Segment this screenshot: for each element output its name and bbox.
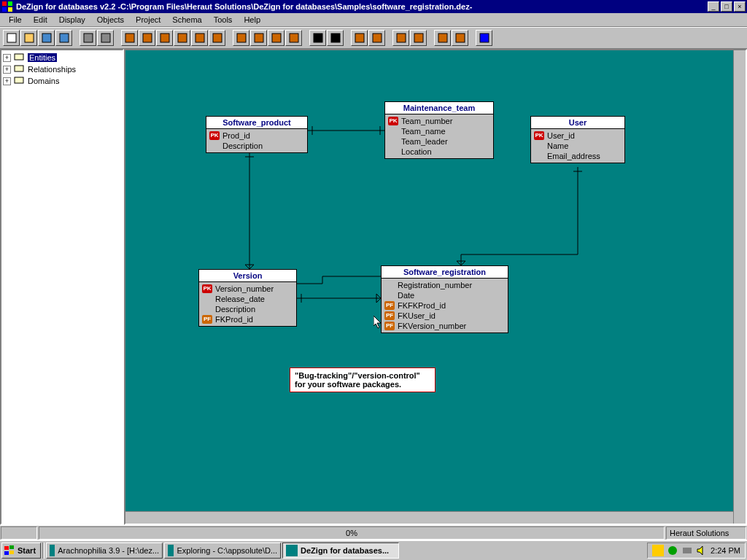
align-center-button[interactable] [139, 30, 155, 46]
entity-software_registration[interactable]: Software_registration..Registration_numb… [381, 265, 508, 333]
expand-icon[interactable]: + [3, 77, 11, 85]
entity-user[interactable]: UserPKUser_id..Name..Email_address [530, 116, 625, 163]
entity-header[interactable]: Maintenance_team [385, 102, 493, 114]
taskbar-task[interactable]: Exploring - C:\appsolute\D... [164, 542, 281, 559]
entity-header[interactable]: User [531, 117, 624, 129]
system-tray[interactable]: 2:24 PM [647, 542, 746, 559]
menu-objects[interactable]: Objects [91, 14, 130, 26]
taskbar-task[interactable]: Arachnophilia 3.9 - [H:\dez... [46, 542, 163, 559]
svg-rect-59 [652, 545, 664, 556]
attribute-label: Version_number [215, 284, 274, 293]
entity-maintenance_team[interactable]: Maintenance_teamPKTeam_number..Team_name… [384, 101, 494, 159]
svg-rect-1 [8, 1, 12, 6]
entity-header[interactable]: Software_registration [382, 266, 508, 279]
add-relation-icon [253, 32, 265, 44]
canvas-wrap: Software_productPKProd_id..DescriptionMa… [124, 49, 747, 525]
tray-icon-1[interactable] [652, 545, 664, 556]
save-all-button[interactable] [55, 30, 72, 46]
add-domain-button[interactable] [285, 30, 302, 46]
entity-software_product[interactable]: Software_productPKProd_id..Description [206, 116, 308, 153]
entity-attribute[interactable]: ..Registration_number [382, 280, 508, 290]
add-relation-button[interactable] [250, 30, 267, 46]
minimize-button[interactable]: _ [708, 1, 719, 12]
close-button[interactable]: × [734, 1, 746, 12]
maximize-button[interactable]: □ [721, 1, 732, 12]
add-domain-icon [288, 32, 300, 44]
check-button[interactable] [452, 30, 468, 46]
tree-item-domains[interactable]: +Domains [3, 75, 121, 87]
align-bottom-button[interactable] [209, 30, 225, 46]
align-top-button[interactable] [174, 30, 190, 46]
entity-attribute[interactable]: PKVersion_number [199, 284, 296, 294]
svg-rect-30 [15, 66, 23, 71]
reverse-icon [413, 32, 425, 44]
taskbar-task[interactable]: DeZign for databases... [282, 542, 399, 559]
help-button[interactable] [476, 30, 492, 46]
entity-attribute[interactable]: PKUser_id [531, 131, 624, 141]
zoom-in-button[interactable] [327, 30, 344, 46]
tray-icon-2[interactable] [667, 545, 678, 556]
align-right-button[interactable] [156, 30, 173, 46]
generate-button[interactable] [392, 30, 409, 46]
tray-speaker-icon[interactable] [696, 545, 708, 556]
entity-attribute[interactable]: ..Location [385, 147, 493, 157]
diagram-note[interactable]: "Bug-tracking"/"version-control" for you… [290, 368, 436, 392]
start-button[interactable]: Start [1, 542, 41, 559]
menu-edit[interactable]: Edit [28, 14, 53, 26]
entity-attribute[interactable]: PFFKVersion_number [382, 321, 508, 331]
entity-version[interactable]: VersionPKVersion_number..Release_date..D… [198, 269, 297, 327]
options-button[interactable] [434, 30, 451, 46]
entity-attribute[interactable]: PKProd_id [206, 131, 307, 141]
entity-attribute[interactable]: PFFKProd_id [199, 314, 296, 324]
diagram-canvas[interactable]: Software_productPKProd_id..DescriptionMa… [125, 50, 746, 524]
svg-rect-26 [438, 34, 447, 42]
entity-attribute[interactable]: ..Team_leader [385, 136, 493, 147]
expand-icon[interactable]: + [3, 54, 11, 62]
open-button[interactable] [20, 30, 37, 46]
zoom-out-button[interactable] [309, 30, 326, 46]
add-note-button[interactable] [268, 30, 285, 46]
entity-attribute[interactable]: PFFKUser_id [382, 311, 508, 321]
reverse-button[interactable] [410, 30, 427, 46]
entity-attribute[interactable]: ..Email_address [531, 151, 624, 161]
svg-rect-19 [290, 34, 298, 42]
align-middle-button[interactable] [191, 30, 208, 46]
entity-attribute[interactable]: ..Description [199, 304, 296, 314]
tree-item-entities[interactable]: +Entities [3, 52, 121, 63]
svg-rect-16 [237, 34, 246, 42]
tree-item-relationships[interactable]: +Relationships [3, 63, 121, 75]
menu-project[interactable]: Project [130, 14, 166, 26]
tree-panel[interactable]: +Entities+Relationships+Domains [0, 49, 124, 525]
entity-attribute[interactable]: PKTeam_number [385, 116, 493, 126]
expand-icon[interactable]: + [3, 66, 11, 74]
entity-attribute[interactable]: PFFKFKProd_id [382, 300, 508, 311]
entity-attribute[interactable]: ..Release_date [199, 294, 296, 304]
attribute-label: Team_number [401, 117, 452, 125]
task-label: Exploring - C:\appsolute\D... [177, 546, 277, 555]
menu-tools[interactable]: Tools [208, 14, 239, 26]
print-preview-icon [100, 32, 112, 44]
entity-header[interactable]: Version [199, 270, 296, 282]
pk-badge: PK [202, 284, 212, 293]
new-button[interactable] [3, 30, 20, 46]
entity-attribute[interactable]: ..Description [206, 141, 307, 151]
entity-attribute[interactable]: ..Date [382, 290, 508, 300]
print-preview-button[interactable] [97, 30, 114, 46]
svg-rect-10 [125, 34, 134, 42]
menu-help[interactable]: Help [238, 14, 266, 26]
save-button[interactable] [38, 30, 55, 46]
menu-file[interactable]: File [3, 14, 28, 26]
add-entity-button[interactable] [233, 30, 249, 46]
entity-header[interactable]: Software_product [206, 117, 307, 129]
svg-rect-61 [683, 548, 692, 553]
grid-button[interactable] [351, 30, 368, 46]
entity-attribute[interactable]: ..Team_name [385, 126, 493, 136]
print-button[interactable] [80, 30, 96, 46]
svg-rect-28 [480, 34, 489, 42]
align-left-button[interactable] [121, 30, 138, 46]
menu-display[interactable]: Display [53, 14, 91, 26]
entity-attribute[interactable]: ..Name [531, 141, 624, 151]
menu-schema[interactable]: Schema [166, 14, 207, 26]
tray-icon-3[interactable] [681, 545, 693, 556]
snap-button[interactable] [368, 30, 385, 46]
